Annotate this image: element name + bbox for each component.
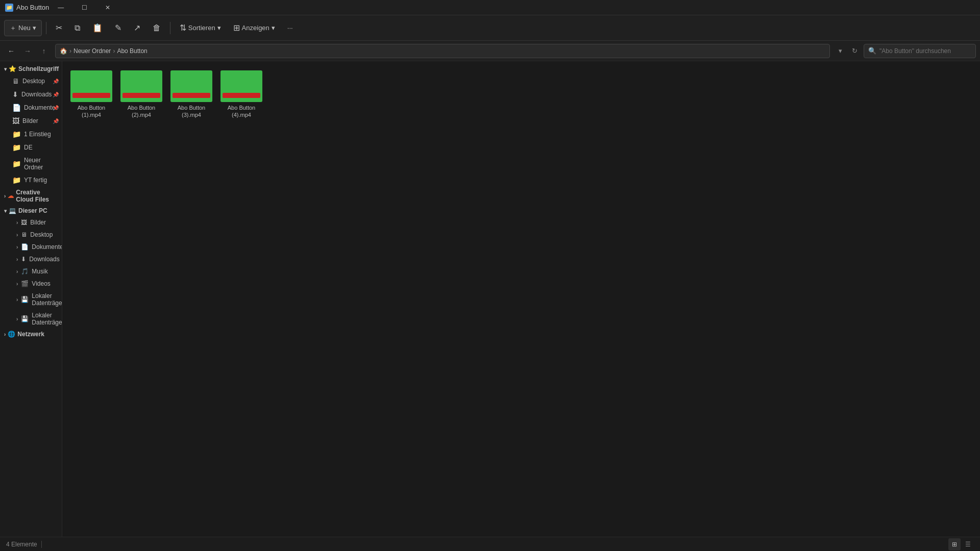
new-icon: ＋ xyxy=(10,23,16,33)
delete-button[interactable]: 🗑 xyxy=(148,20,166,36)
sidebar-item-local-disk-1[interactable]: › 💾 Lokaler Datenträge... xyxy=(0,290,62,309)
paste-button[interactable]: 📋 xyxy=(87,20,108,36)
close-button[interactable]: ✕ xyxy=(96,0,119,15)
breadcrumb-sep-1: › xyxy=(69,47,71,55)
view-button[interactable]: ⊞ Anzeigen ▾ xyxy=(228,20,280,36)
musik-label: Musik xyxy=(32,268,47,275)
local-disk-1-icon: 💾 xyxy=(21,296,29,303)
up-button[interactable]: ↑ xyxy=(37,44,51,58)
dokumente-icon: 📄 xyxy=(12,104,21,112)
sidebar-item-downloads-quick[interactable]: ⬇ Downloads 📌 xyxy=(0,88,62,101)
sidebar-item-bilder-quick[interactable]: 🖼 Bilder 📌 xyxy=(0,114,62,128)
folder-icon-neuer: 📁 xyxy=(12,160,21,168)
more-button[interactable]: ··· xyxy=(282,21,298,35)
desktop-pc-chevron: › xyxy=(16,232,18,238)
maximize-button[interactable]: ☐ xyxy=(72,0,96,15)
delete-icon: 🗑 xyxy=(153,23,161,33)
breadcrumb-neuer-ordner[interactable]: Neuer Ordner xyxy=(74,47,111,55)
grid-view-button[interactable]: ⊞ xyxy=(948,538,961,550)
sidebar-item-bilder-pc[interactable]: › 🖼 Bilder xyxy=(0,216,62,229)
back-button[interactable]: ← xyxy=(4,44,18,58)
window-icon: 📁 xyxy=(5,4,13,12)
local-disk-2-chevron: › xyxy=(16,316,18,322)
sidebar-item-dokumente-quick[interactable]: 📄 Dokumente 📌 xyxy=(0,101,62,114)
search-bar[interactable]: 🔍 xyxy=(864,44,976,58)
forward-button[interactable]: → xyxy=(20,44,35,58)
local-disk-2-icon: 💾 xyxy=(21,315,29,322)
videos-label: Videos xyxy=(32,280,50,287)
desktop-pc-icon: 🖥 xyxy=(21,231,27,238)
search-icon: 🔍 xyxy=(868,47,876,55)
new-button[interactable]: ＋ Neu ▾ xyxy=(4,20,42,36)
bilder-icon: 🖼 xyxy=(12,117,19,125)
file-item-3[interactable]: Abo Button (3).mp4 xyxy=(168,67,214,122)
sidebar-section-dieser-pc[interactable]: ▾ 💻 Dieser PC xyxy=(0,205,62,216)
breadcrumb-dropdown-button[interactable]: ▾ xyxy=(835,44,845,58)
sidebar-item-musik[interactable]: › 🎵 Musik xyxy=(0,265,62,278)
dokumente-pc-icon: 📄 xyxy=(21,243,29,251)
video-thumb-3 xyxy=(170,70,212,102)
new-dropdown-icon: ▾ xyxy=(33,24,36,32)
window-title: Abo Button xyxy=(16,4,49,11)
musik-icon: 🎵 xyxy=(21,268,29,275)
cut-button[interactable]: ✂ xyxy=(51,20,67,36)
sidebar-item-de[interactable]: 📁 DE xyxy=(0,141,62,154)
sidebar-section-network[interactable]: › 🌐 Netzwerk xyxy=(0,329,62,340)
file-item-2[interactable]: Abo Button (2).mp4 xyxy=(118,67,164,122)
sidebar-section-creative-cloud[interactable]: › ☁ Creative Cloud Files xyxy=(0,187,62,205)
share-button[interactable]: ↗ xyxy=(129,20,145,36)
file-item-1[interactable]: Abo Button (1).mp4 xyxy=(68,67,114,122)
downloads-pc-chevron: › xyxy=(16,257,18,262)
status-bar: 4 Elemente ⊞ ☰ xyxy=(0,537,980,551)
cut-icon: ✂ xyxy=(56,23,62,33)
creative-cloud-label: Creative Cloud Files xyxy=(16,189,58,203)
refresh-button[interactable]: ↻ xyxy=(847,44,862,58)
navigation-bar: ← → ↑ 🏠 › Neuer Ordner › Abo Button ▾ ↻ … xyxy=(0,41,980,61)
sort-button[interactable]: ⇅ Sortieren ▾ xyxy=(175,20,226,36)
sort-icon: ⇅ xyxy=(180,23,186,33)
view-label: Anzeigen xyxy=(242,24,270,32)
local-disk-2-label: Lokaler Datenträge... xyxy=(32,312,62,326)
dokumente-label: Dokumente xyxy=(24,104,55,111)
pin-icon-2: 📌 xyxy=(53,92,59,97)
sidebar-item-desktop-quick[interactable]: 🖥 Desktop 📌 xyxy=(0,74,62,88)
sidebar-item-1einstieg[interactable]: 📁 1 Einstieg xyxy=(0,128,62,141)
dieser-pc-label: Dieser PC xyxy=(18,207,47,214)
minimize-button[interactable]: — xyxy=(49,0,72,15)
file-thumbnail-3 xyxy=(170,70,212,102)
sidebar-item-downloads-pc[interactable]: › ⬇ Downloads xyxy=(0,253,62,265)
breadcrumb-home[interactable]: 🏠 xyxy=(60,47,67,55)
bilder-label: Bilder xyxy=(22,117,38,124)
sidebar-item-local-disk-2[interactable]: › 💾 Lokaler Datenträge... xyxy=(0,309,62,329)
list-view-button[interactable]: ☰ xyxy=(962,538,974,550)
file-thumbnail-4 xyxy=(220,70,262,102)
downloads-pc-icon: ⬇ xyxy=(21,256,26,263)
file-name-4: Abo Button (4).mp4 xyxy=(222,104,261,119)
1einstieg-label: 1 Einstieg xyxy=(24,131,51,138)
breadcrumb-bar[interactable]: 🏠 › Neuer Ordner › Abo Button xyxy=(55,44,830,58)
search-input[interactable] xyxy=(879,47,971,55)
sidebar-section-quick-access[interactable]: ▾ ⭐ Schnellzugriff xyxy=(0,63,62,74)
status-separator xyxy=(41,541,42,548)
sidebar-item-desktop-pc[interactable]: › 🖥 Desktop xyxy=(0,229,62,241)
share-icon: ↗ xyxy=(134,23,140,33)
file-name-2: Abo Button (2).mp4 xyxy=(121,104,161,119)
file-item-4[interactable]: Abo Button (4).mp4 xyxy=(218,67,264,122)
bilder-pc-chevron: › xyxy=(16,220,18,226)
breadcrumb-abo-button[interactable]: Abo Button xyxy=(117,47,147,55)
pin-icon-4: 📌 xyxy=(53,118,59,124)
view-dropdown-icon: ▾ xyxy=(272,24,275,32)
rename-button[interactable]: ✎ xyxy=(110,20,127,36)
folder-icon-ytfertig: 📁 xyxy=(12,176,21,184)
sidebar-item-dokumente-pc[interactable]: › 📄 Dokumente xyxy=(0,241,62,253)
file-content-area: Abo Button (1).mp4 Abo Button (2).mp4 Ab… xyxy=(62,61,980,537)
network-chevron: › xyxy=(4,332,6,337)
folder-icon-de: 📁 xyxy=(12,143,21,152)
file-name-1: Abo Button (1).mp4 xyxy=(71,104,111,119)
sidebar-item-neuer-ordner[interactable]: 📁 Neuer Ordner xyxy=(0,154,62,173)
sidebar-item-ytfertig[interactable]: 📁 YT fertig xyxy=(0,173,62,187)
sidebar-item-videos[interactable]: › 🎬 Videos xyxy=(0,278,62,290)
copy-button[interactable]: ⧉ xyxy=(69,20,85,36)
creative-cloud-chevron: › xyxy=(4,193,6,199)
video-thumb-4 xyxy=(220,70,262,102)
